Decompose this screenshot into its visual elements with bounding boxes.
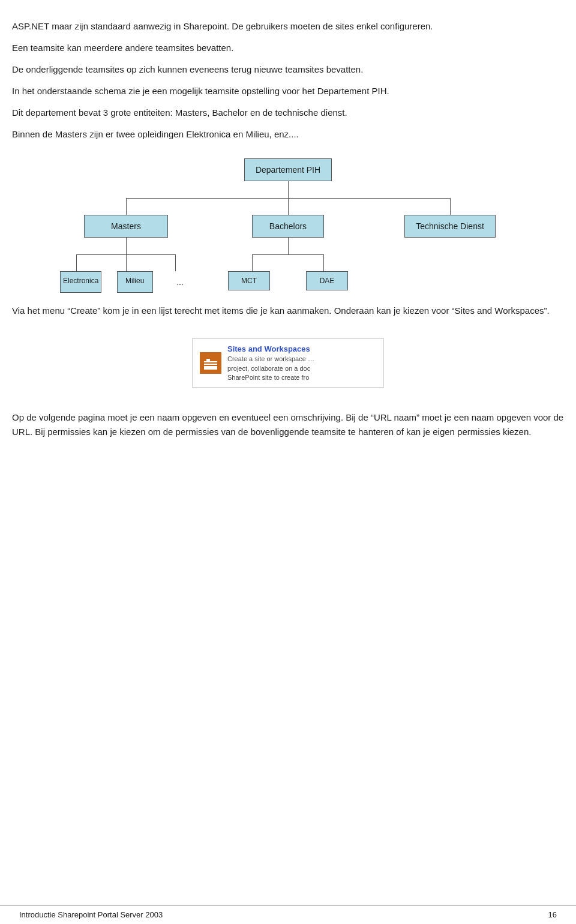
svg-rect-3 — [204, 362, 217, 364]
svg-rect-4 — [204, 365, 217, 366]
orgchart-bachelors-node: Bachelors — [252, 215, 324, 238]
orgchart-milieu-node: Milieu — [117, 271, 153, 293]
footer-left: Introductie Sharepoint Portal Server 200… — [19, 910, 163, 919]
orgchart-mct-node: MCT — [228, 271, 270, 290]
final-paragraph: Op de volgende pagina moet je een naam o… — [12, 410, 564, 439]
after-chart-paragraph: Via het menu “Create” kom je in een lijs… — [12, 304, 564, 318]
level2-vline-left — [126, 198, 127, 215]
level2-vline-right — [450, 198, 451, 215]
paragraph-6: Binnen de Masters zijn er twee opleiding… — [12, 127, 564, 142]
level2-nodes-row: Masters Electronica Milieu ... — [60, 215, 516, 293]
orgchart-masters-ellipsis-node: ... — [168, 271, 192, 293]
sites-icon — [200, 352, 221, 374]
orgchart-dae-node: DAE — [306, 271, 348, 290]
bachelors-child-vline-1 — [252, 254, 253, 271]
masters-child-vline-2 — [126, 254, 127, 271]
orgchart-root-node: Departement PIH — [244, 158, 332, 181]
orgchart-electronica-node: Electronica — [60, 271, 101, 293]
masters-child-vline-3 — [175, 254, 176, 271]
masters-col: Masters Electronica Milieu ... — [60, 215, 192, 293]
sites-title: Sites and Workspaces — [227, 344, 314, 355]
orgchart-masters-node: Masters — [84, 215, 168, 238]
masters-vline — [126, 238, 127, 254]
paragraph-4: In het onderstaande schema zie je een mo… — [12, 84, 564, 98]
masters-children-row: Electronica Milieu ... — [60, 271, 192, 293]
svg-rect-1 — [204, 356, 217, 361]
level2-vline-center — [288, 198, 289, 215]
bachelors-col: Bachelors MCT DAE — [228, 215, 348, 293]
paragraph-1: ASP.NET maar zijn standaard aanwezig in … — [12, 19, 564, 34]
bachelors-hbar — [252, 254, 324, 255]
level2-hbar-container — [60, 198, 516, 215]
sites-text-block: Sites and Workspaces Create a site or wo… — [227, 344, 314, 382]
bachelors-children-row: MCT DAE — [228, 271, 348, 290]
orgchart: Departement PIH Masters — [30, 158, 546, 293]
sites-description: Create a site or workspace … project, co… — [227, 355, 314, 382]
masters-child-vline-1 — [76, 254, 77, 271]
paragraph-3: De onderliggende teamsites op zich kunne… — [12, 62, 564, 77]
page-content: ASP.NET maar zijn standaard aanwezig in … — [12, 0, 564, 439]
bachelors-vline — [288, 238, 289, 254]
bachelors-hbar-container — [228, 254, 348, 271]
sites-icon-svg — [202, 355, 219, 371]
paragraph-5: Dit departement bevat 3 grote entiteiten… — [12, 106, 564, 120]
paragraph-2: Een teamsite kan meerdere andere teamsit… — [12, 41, 564, 55]
sites-widget-wrapper: Sites and Workspaces Create a site or wo… — [12, 328, 564, 398]
footer-right: 16 — [548, 910, 557, 919]
bachelors-child-vline-2 — [323, 254, 324, 271]
orgchart-root-row: Departement PIH — [244, 158, 332, 181]
root-vline — [288, 181, 289, 198]
svg-rect-2 — [206, 359, 210, 362]
masters-hbar-container — [60, 254, 192, 271]
technische-col: Technische Dienst — [384, 215, 516, 293]
sites-widget: Sites and Workspaces Create a site or wo… — [192, 338, 384, 388]
page-footer: Introductie Sharepoint Portal Server 200… — [0, 905, 576, 924]
orgchart-technische-node: Technische Dienst — [404, 215, 496, 238]
